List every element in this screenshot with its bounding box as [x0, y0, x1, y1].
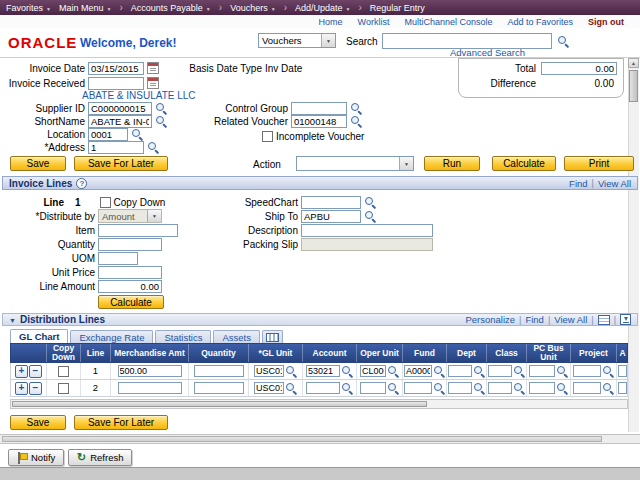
line-calculate-button[interactable]: Calculate	[98, 295, 164, 309]
fund-input[interactable]	[404, 382, 432, 394]
lookup-icon[interactable]	[602, 365, 614, 377]
unit-price-input[interactable]	[98, 266, 162, 279]
lookup-icon[interactable]	[350, 102, 362, 114]
breadcrumb-item-vouchers[interactable]: Vouchers	[230, 3, 275, 13]
activity-input[interactable]	[618, 365, 627, 377]
activity-input[interactable]	[618, 382, 627, 394]
view-all-link[interactable]: View All	[598, 178, 631, 189]
quantity-input[interactable]	[194, 365, 244, 377]
quantity-input[interactable]	[98, 238, 162, 251]
pc-bus-unit-input[interactable]	[529, 382, 555, 394]
supplier-id-input[interactable]	[88, 102, 152, 115]
invoice-received-input[interactable]	[88, 77, 144, 90]
total-input[interactable]	[541, 62, 617, 75]
location-input[interactable]	[88, 128, 128, 141]
lookup-icon[interactable]	[147, 141, 159, 153]
sign-out-link[interactable]: Sign out	[588, 17, 624, 27]
project-input[interactable]	[573, 365, 601, 377]
calculate-button[interactable]: Calculate	[492, 156, 556, 171]
add-to-favorites-link[interactable]: Add to Favorites	[507, 17, 573, 27]
project-input[interactable]	[573, 382, 601, 394]
lookup-icon[interactable]	[433, 382, 445, 394]
lookup-icon[interactable]	[387, 382, 399, 394]
control-group-input[interactable]	[291, 102, 347, 115]
lookup-icon[interactable]	[285, 382, 297, 394]
related-voucher-input[interactable]	[291, 115, 347, 128]
account-input[interactable]	[306, 365, 340, 377]
home-link[interactable]: Home	[319, 17, 343, 27]
lookup-icon[interactable]	[364, 196, 376, 208]
action-select[interactable]	[296, 156, 414, 171]
lookup-icon[interactable]	[341, 382, 353, 394]
collapse-triangle-icon[interactable]	[9, 314, 16, 325]
view-all-link[interactable]: View All	[554, 314, 587, 325]
breadcrumb-item-add-update[interactable]: Add/Update	[295, 3, 351, 13]
lookup-icon[interactable]	[350, 115, 362, 127]
save-for-later-button[interactable]: Save For Later	[74, 415, 168, 430]
print-button[interactable]: Print	[564, 156, 634, 171]
save-for-later-button[interactable]: Save For Later	[74, 156, 168, 171]
line-amount-input[interactable]	[98, 280, 162, 293]
add-row-button[interactable]	[15, 382, 28, 395]
find-link[interactable]: Find	[569, 178, 587, 189]
oper-unit-input[interactable]	[360, 365, 386, 377]
lookup-icon[interactable]	[513, 382, 525, 394]
save-button[interactable]: Save	[10, 415, 66, 430]
lookup-icon[interactable]	[131, 128, 143, 140]
merchandise-amt-input[interactable]	[118, 382, 182, 394]
lookup-icon[interactable]	[155, 102, 167, 114]
lookup-icon[interactable]	[155, 115, 167, 127]
personalize-link[interactable]: Personalize	[465, 314, 515, 325]
page-horizontal-scrollbar[interactable]	[0, 434, 640, 444]
calendar-icon[interactable]	[147, 62, 159, 74]
incomplete-voucher-checkbox[interactable]	[262, 131, 273, 142]
page-horizontal-scrollbar-thumb[interactable]	[2, 436, 602, 442]
vertical-scrollbar-thumb[interactable]	[629, 70, 638, 102]
description-input[interactable]	[301, 224, 433, 237]
shortname-input[interactable]	[88, 115, 152, 128]
invoice-date-input[interactable]	[88, 62, 144, 75]
quantity-input[interactable]	[194, 382, 244, 394]
uom-input[interactable]	[98, 252, 138, 265]
tab-assets[interactable]: Assets	[213, 330, 260, 343]
copy-down-checkbox[interactable]	[58, 366, 69, 377]
notify-button[interactable]: Notify	[8, 449, 64, 466]
gl-unit-input[interactable]	[254, 365, 284, 377]
dept-input[interactable]	[448, 365, 472, 377]
delete-row-button[interactable]	[29, 365, 42, 378]
advanced-search-link[interactable]: Advanced Search	[450, 47, 525, 58]
fund-input[interactable]	[404, 365, 432, 377]
worklist-link[interactable]: Worklist	[358, 17, 390, 27]
lookup-icon[interactable]	[433, 365, 445, 377]
download-grid-icon[interactable]	[620, 314, 631, 325]
breadcrumb-item-favorites[interactable]: Favorites	[6, 3, 51, 13]
lookup-icon[interactable]	[473, 365, 485, 377]
run-button[interactable]: Run	[424, 156, 480, 171]
copy-down-checkbox[interactable]	[100, 197, 111, 208]
lookup-icon[interactable]	[364, 210, 376, 222]
lookup-icon[interactable]	[556, 365, 568, 377]
help-icon[interactable]	[76, 178, 87, 189]
zoom-grid-icon[interactable]	[598, 315, 610, 325]
tab-statistics[interactable]: Statistics	[155, 330, 211, 343]
item-input[interactable]	[98, 224, 178, 237]
account-input[interactable]	[306, 382, 340, 394]
multichannel-console-link[interactable]: MultiChannel Console	[404, 17, 492, 27]
add-row-button[interactable]	[15, 365, 28, 378]
copy-down-checkbox[interactable]	[58, 383, 69, 394]
search-icon[interactable]	[557, 35, 569, 47]
lookup-icon[interactable]	[602, 382, 614, 394]
lookup-icon[interactable]	[473, 382, 485, 394]
search-scope-select[interactable]: Vouchers	[258, 33, 336, 48]
merchandise-amt-input[interactable]	[118, 365, 182, 377]
scroll-up-arrow-icon[interactable]	[628, 58, 639, 68]
grid-horizontal-scrollbar[interactable]	[10, 399, 628, 409]
gl-unit-input[interactable]	[254, 382, 284, 394]
pc-bus-unit-input[interactable]	[529, 365, 555, 377]
find-link[interactable]: Find	[525, 314, 543, 325]
speedchart-input[interactable]	[301, 196, 361, 209]
ship-to-input[interactable]	[301, 210, 361, 223]
lookup-icon[interactable]	[341, 365, 353, 377]
save-button[interactable]: Save	[10, 156, 66, 171]
breadcrumb-item-regular-entry[interactable]: Regular Entry	[370, 3, 425, 13]
